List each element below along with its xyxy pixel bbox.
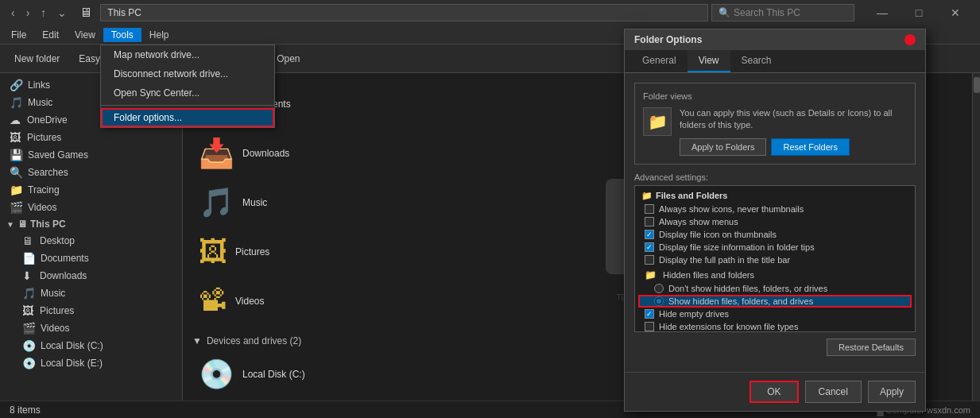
folder-music-label: Music	[242, 197, 267, 208]
folder-views-title: Folder views	[643, 91, 907, 101]
dialog-content: Folder views 📁 You can apply this view (…	[625, 73, 925, 372]
tree-container[interactable]: 📁 Files and Folders Always show icons, n…	[634, 185, 916, 332]
address-bar[interactable]: This PC	[100, 4, 708, 21]
tab-view[interactable]: View	[688, 50, 730, 72]
tree-item-hide-empty[interactable]: ✓ Hide empty drives	[638, 308, 912, 320]
apply-button[interactable]: Apply	[868, 381, 916, 403]
close-button[interactable]: ✕	[937, 0, 974, 25]
checkbox-full-path[interactable]	[645, 255, 654, 265]
sidebar-label-videos2: Videos	[41, 323, 69, 334]
sidebar-item-videos2[interactable]: 🎬 Videos	[0, 319, 182, 337]
sidebar-item-desktop[interactable]: 🖥 Desktop	[0, 232, 182, 250]
sidebar-item-pictures[interactable]: 🖼 Pictures	[0, 129, 182, 146]
sidebar-label-pictures2: Pictures	[40, 305, 74, 316]
recent-button[interactable]: ⌄	[52, 3, 72, 22]
tree-item-file-size[interactable]: ✓ Display file size information in folde…	[638, 241, 912, 254]
radio-dont-show[interactable]	[654, 284, 664, 293]
radio-show-hidden[interactable]	[654, 296, 664, 306]
sidebar-item-videos[interactable]: 🎬 Videos	[0, 199, 182, 216]
restore-defaults-container: Restore Defaults	[634, 339, 916, 356]
checkbox-show-icons[interactable]	[645, 204, 654, 214]
sidebar-label-documents: Documents	[41, 253, 89, 264]
hidden-files-label: Hidden files and folders	[663, 270, 754, 280]
menu-edit[interactable]: Edit	[34, 28, 67, 42]
dropdown-map-network[interactable]: Map network drive...	[101, 45, 274, 64]
apply-to-folders-btn[interactable]: Apply to Folders	[680, 138, 766, 156]
tree-item-file-icon[interactable]: ✓ Display file icon on thumbnails	[638, 228, 912, 241]
menu-view[interactable]: View	[67, 28, 103, 42]
files-folders-label: Files and Folders	[656, 191, 727, 200]
minimize-button[interactable]: —	[864, 0, 901, 25]
label-hide-ext: Hide extensions for known file types	[659, 322, 798, 331]
sidebar-item-saved-games[interactable]: 💾 Saved Games	[0, 146, 182, 164]
maximize-button[interactable]: □	[901, 0, 937, 25]
sidebar-label-downloads: Downloads	[40, 270, 87, 281]
videos-icon: 🎬	[10, 201, 23, 214]
scrollbar[interactable]	[972, 73, 980, 401]
device-c-label: Local Disk (C:)	[242, 369, 305, 380]
cancel-button[interactable]: Cancel	[805, 381, 862, 403]
this-pc-label: This PC	[30, 219, 66, 230]
sidebar-item-local-c[interactable]: 💿 Local Disk (C:)	[0, 337, 182, 354]
dropdown-open-sync[interactable]: Open Sync Center...	[101, 83, 274, 103]
tree-item-show-menus[interactable]: Always show menus	[638, 215, 912, 228]
files-folders-icon: 📁	[641, 191, 653, 201]
searches-icon: 🔍	[10, 166, 23, 179]
up-button[interactable]: ↑	[36, 3, 51, 22]
folder-videos-icon: 📽	[199, 284, 227, 318]
checkbox-hide-ext[interactable]	[645, 322, 654, 331]
menu-help[interactable]: Help	[141, 28, 177, 42]
tree-item-show-hidden[interactable]: Show hidden files, folders, and drives	[638, 295, 912, 308]
checkbox-file-icon[interactable]: ✓	[645, 230, 654, 239]
sidebar-item-downloads[interactable]: ⬇ Downloads	[0, 267, 182, 284]
menu-file[interactable]: File	[3, 28, 34, 42]
sidebar-item-documents[interactable]: 📄 Documents	[0, 250, 182, 267]
address-text: This PC	[107, 7, 141, 18]
pictures-icon: 🖼	[10, 131, 22, 144]
menu-tools[interactable]: Tools	[103, 28, 141, 42]
label-hide-empty: Hide empty drives	[659, 309, 729, 319]
folder-views-section: Folder views 📁 You can apply this view (…	[634, 83, 916, 164]
back-button[interactable]: ‹	[6, 3, 20, 22]
checkbox-hide-empty[interactable]: ✓	[645, 309, 654, 319]
label-full-path: Display the full path in the title bar	[659, 255, 790, 265]
forward-button[interactable]: ›	[21, 3, 35, 22]
ok-button[interactable]: OK	[750, 381, 798, 403]
tree-item-hide-ext[interactable]: Hide extensions for known file types	[638, 320, 912, 332]
dialog-footer: OK Cancel Apply	[625, 372, 925, 411]
this-pc-header[interactable]: ▼ 🖥 This PC	[0, 216, 182, 232]
sidebar-item-searches[interactable]: 🔍 Searches	[0, 164, 182, 181]
folder-pictures-label: Pictures	[235, 246, 269, 257]
tree-item-dont-show[interactable]: Don't show hidden files, folders, or dri…	[638, 282, 912, 295]
sidebar-label-local-c: Local Disk (C:)	[41, 340, 103, 351]
dialog-close-button[interactable]	[904, 34, 916, 45]
sidebar-item-tracing[interactable]: 📁 Tracing	[0, 181, 182, 199]
sidebar-item-local-e[interactable]: 💿 Local Disk (E:)	[0, 354, 182, 372]
reset-folders-btn[interactable]: Reset Folders	[771, 138, 849, 156]
tree-hidden-files-header: 📁 Hidden files and folders	[638, 268, 912, 282]
checkbox-show-menus[interactable]	[645, 217, 654, 226]
tab-general[interactable]: General	[631, 50, 688, 72]
sidebar-item-music2[interactable]: 🎵 Music	[0, 284, 182, 302]
sidebar-item-pictures2[interactable]: 🖼 Pictures	[0, 302, 182, 319]
tab-search[interactable]: Search	[730, 50, 783, 72]
dropdown-disconnect-network[interactable]: Disconnect network drive...	[101, 64, 274, 83]
downloads-icon: ⬇	[22, 269, 35, 282]
tree-item-show-icons[interactable]: Always show icons, never thumbnails	[638, 203, 912, 215]
tree-item-full-path[interactable]: Display the full path in the title bar	[638, 254, 912, 266]
music-icon: 🎵	[10, 96, 23, 109]
checkbox-file-size[interactable]: ✓	[645, 242, 654, 252]
sidebar-label-searches: Searches	[28, 167, 68, 178]
saved-games-icon: 💾	[10, 149, 23, 161]
folder-downloads-icon: 📥	[199, 137, 234, 170]
folder-views-desc: You can apply this view (such as Details…	[680, 107, 907, 156]
toolbar-new-folder[interactable]: New folder	[6, 50, 68, 68]
devices-collapse-icon: ▼	[192, 335, 202, 346]
pictures2-icon: 🖼	[22, 304, 35, 317]
search-bar[interactable]: 🔍 Search This PC	[711, 4, 854, 21]
tree-files-folders-header: 📁 Files and Folders	[638, 189, 912, 203]
dropdown-folder-options[interactable]: Folder options...	[101, 108, 274, 127]
sidebar-label-local-e: Local Disk (E:)	[41, 358, 103, 369]
restore-defaults-btn[interactable]: Restore Defaults	[827, 339, 916, 356]
folder-views-buttons: Apply to Folders Reset Folders	[680, 138, 907, 156]
